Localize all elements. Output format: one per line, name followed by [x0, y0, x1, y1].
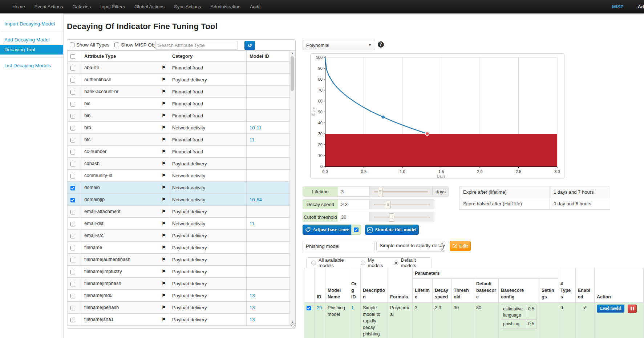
- cutoff-threshold-slider-handle[interactable]: [389, 213, 394, 222]
- flag-icon[interactable]: ⚑: [161, 89, 166, 94]
- flag-icon[interactable]: ⚑: [161, 113, 166, 118]
- sidebar-item-import-decaying-model[interactable]: Import Decaying Model: [0, 19, 63, 29]
- adjust-base-score-button[interactable]: Adjust base score: [303, 225, 352, 235]
- flag-icon[interactable]: ⚑: [161, 197, 166, 202]
- flag-icon[interactable]: ⚑: [161, 77, 166, 83]
- attribute-row-checkbox[interactable]: [70, 102, 75, 106]
- decay-speed-slider-track[interactable]: [374, 200, 430, 209]
- model-id-link[interactable]: 13: [250, 317, 255, 322]
- model-id-link[interactable]: 11: [250, 221, 255, 226]
- header-attribute-type[interactable]: Attribute Type: [81, 51, 169, 62]
- select-all-checkbox[interactable]: [70, 54, 75, 59]
- search-attribute-type-input[interactable]: [155, 41, 238, 50]
- attribute-row-checkbox[interactable]: [70, 90, 75, 94]
- attribute-row-checkbox[interactable]: [70, 114, 75, 118]
- nav-item-global-actions[interactable]: Global Actions: [130, 0, 169, 13]
- attribute-row-checkbox[interactable]: [70, 198, 75, 202]
- flag-icon[interactable]: ⚑: [161, 185, 166, 190]
- model-name-input[interactable]: [303, 241, 374, 251]
- flag-icon[interactable]: ⚑: [161, 125, 166, 130]
- radio-all-available-models[interactable]: All available models: [311, 257, 353, 268]
- model-id-link[interactable]: 10: [250, 197, 255, 202]
- show-misp-objects-checkbox[interactable]: [114, 43, 119, 47]
- attribute-row-checkbox[interactable]: [70, 318, 75, 322]
- scrollbar-thumb[interactable]: [291, 56, 294, 91]
- sidebar-item-list-decaying-models[interactable]: List Decaying Models: [0, 61, 63, 71]
- misp-brand[interactable]: MISP: [607, 0, 628, 13]
- pause-model-button[interactable]: [628, 305, 637, 313]
- flag-icon[interactable]: ⚑: [161, 137, 166, 142]
- admin-menu[interactable]: Ad: [638, 4, 644, 9]
- flag-icon[interactable]: ⚑: [161, 161, 166, 166]
- attribute-row-checkbox[interactable]: [70, 282, 75, 286]
- attribute-row-checkbox[interactable]: [70, 138, 75, 142]
- model-id-link[interactable]: 13: [250, 305, 255, 310]
- flag-icon[interactable]: ⚑: [161, 281, 166, 286]
- nav-item-audit[interactable]: Audit: [245, 0, 266, 13]
- org-id-link[interactable]: 1: [351, 305, 354, 310]
- panel-resize-grip[interactable]: [291, 323, 295, 327]
- nav-item-sync-actions[interactable]: Sync Actions: [169, 0, 206, 13]
- attribute-row-checkbox[interactable]: [70, 162, 75, 166]
- flag-icon[interactable]: ⚑: [161, 65, 166, 71]
- radio-default-models[interactable]: Default models: [394, 257, 427, 268]
- flag-icon[interactable]: ⚑: [161, 233, 166, 238]
- edit-model-button[interactable]: Edit: [450, 241, 471, 251]
- flag-icon[interactable]: ⚑: [161, 305, 166, 310]
- flag-icon[interactable]: ⚑: [161, 221, 166, 226]
- attribute-table-scrollbar[interactable]: ▲ ▼: [289, 51, 295, 325]
- model-id-link[interactable]: 13: [250, 293, 255, 298]
- attribute-row-checkbox[interactable]: [70, 210, 75, 214]
- flag-icon[interactable]: ⚑: [161, 149, 166, 154]
- radio-icon[interactable]: [311, 261, 316, 265]
- sidebar-item-decaying-tool[interactable]: Decaying Tool: [0, 45, 63, 55]
- flag-icon[interactable]: ⚑: [161, 101, 166, 106]
- nav-item-galaxies[interactable]: Galaxies: [68, 0, 96, 13]
- header-category[interactable]: Category: [169, 51, 247, 62]
- model-row-checkbox[interactable]: [307, 306, 311, 310]
- nav-item-event-actions[interactable]: Event Actions: [30, 0, 68, 13]
- model-id-link[interactable]: 10: [250, 125, 255, 130]
- simulate-model-button[interactable]: Simulate this model: [365, 225, 419, 235]
- attribute-row-checkbox[interactable]: [70, 150, 75, 154]
- radio-icon[interactable]: [361, 261, 365, 265]
- help-icon[interactable]: ?: [378, 41, 384, 48]
- load-model-button[interactable]: Load model: [597, 305, 624, 313]
- attribute-row-checkbox[interactable]: [70, 294, 75, 298]
- cutoff-threshold-input[interactable]: [338, 212, 370, 222]
- lifetime-input[interactable]: [338, 187, 370, 196]
- lifetime-slider-track[interactable]: [374, 187, 428, 196]
- attribute-row-checkbox[interactable]: [70, 126, 75, 130]
- attribute-row-checkbox[interactable]: [70, 306, 75, 310]
- refresh-button[interactable]: ↺: [244, 41, 255, 50]
- model-id-link[interactable]: 29: [317, 305, 322, 310]
- header-model-id[interactable]: Model ID: [247, 51, 291, 62]
- flag-icon[interactable]: ⚑: [161, 269, 166, 274]
- attribute-row-checkbox[interactable]: [70, 246, 75, 250]
- flag-icon[interactable]: ⚑: [161, 209, 166, 214]
- decay-speed-input[interactable]: [338, 200, 370, 209]
- attribute-row-checkbox[interactable]: [70, 66, 75, 71]
- attribute-row-checkbox[interactable]: [70, 258, 75, 262]
- nav-item-input-filters[interactable]: Input Filters: [96, 0, 130, 13]
- model-id-link[interactable]: 11: [256, 125, 262, 130]
- decay-speed-slider-handle[interactable]: [386, 201, 391, 209]
- model-id-link[interactable]: 11: [250, 137, 255, 142]
- model-description-textarea[interactable]: Simple model to rapidly decay: [376, 241, 445, 252]
- attribute-row-checkbox[interactable]: [70, 234, 75, 238]
- attribute-row-checkbox[interactable]: [70, 186, 75, 190]
- scroll-up-icon[interactable]: ▲: [290, 52, 295, 55]
- attribute-row-checkbox[interactable]: [70, 222, 75, 226]
- attribute-row-checkbox[interactable]: [70, 78, 75, 83]
- flag-icon[interactable]: ⚑: [161, 173, 166, 178]
- model-id-link[interactable]: 84: [256, 197, 262, 202]
- nav-item-home[interactable]: Home: [8, 0, 30, 13]
- flag-icon[interactable]: ⚑: [161, 317, 166, 322]
- nav-item-administration[interactable]: Administration: [206, 0, 245, 13]
- flag-icon[interactable]: ⚑: [161, 245, 166, 250]
- show-all-types-checkbox[interactable]: [70, 43, 74, 47]
- textarea-scroll-arrows[interactable]: ▲▼: [440, 242, 444, 246]
- sidebar-item-add-decaying-model[interactable]: Add Decaying Model: [0, 35, 63, 45]
- adjust-base-score-checkbox[interactable]: [354, 228, 359, 232]
- flag-icon[interactable]: ⚑: [161, 293, 166, 298]
